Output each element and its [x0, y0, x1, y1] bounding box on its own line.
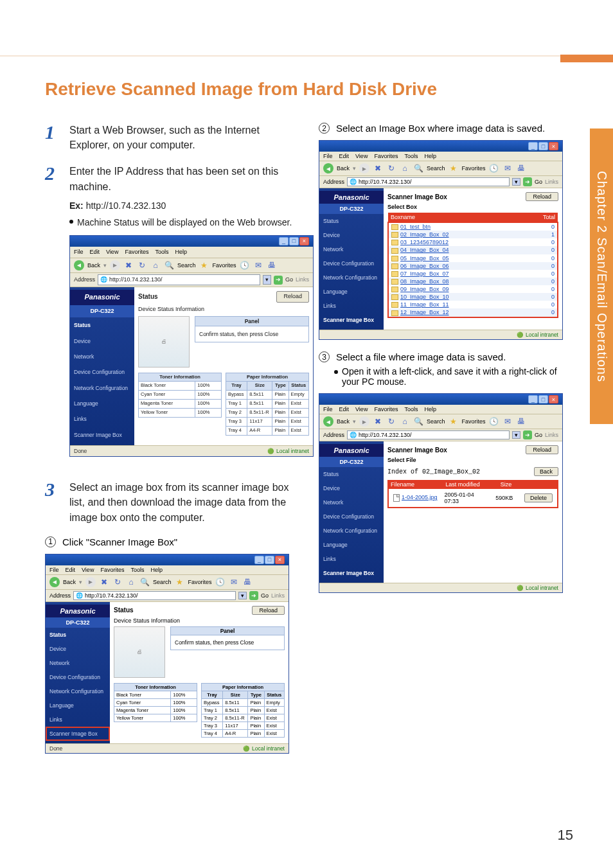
sidebar-item-network[interactable]: Network [319, 495, 384, 509]
box-link[interactable]: 12_Image_Box_12 [400, 309, 449, 315]
search-icon[interactable]: 🔍 [413, 163, 423, 173]
reload-button[interactable]: Reload [252, 606, 285, 615]
search-icon[interactable]: 🔍 [413, 416, 423, 427]
sidebar-item-scanner-box[interactable]: Scanner Image Box [319, 566, 384, 580]
maximize-button[interactable]: □ [538, 142, 548, 150]
sidebar-item-network-config[interactable]: Network Configuration [46, 684, 110, 698]
close-button[interactable]: × [549, 395, 558, 403]
sidebar-item-network[interactable]: Network [70, 349, 134, 364]
close-button[interactable]: × [275, 556, 285, 564]
maximize-button[interactable]: □ [265, 556, 274, 564]
sidebar-item-network[interactable]: Network [319, 242, 384, 256]
address-dropdown[interactable]: ▾ [238, 592, 247, 599]
file-link[interactable]: 1-04-2005.jpg [402, 494, 438, 500]
home-icon[interactable]: ⌂ [400, 416, 410, 427]
favorites-icon[interactable]: ★ [449, 416, 459, 427]
sidebar-item-scanner-box[interactable]: Scanner Image Box [70, 427, 134, 443]
history-icon[interactable]: 🕓 [215, 577, 226, 587]
sidebar-item-language[interactable]: Language [319, 538, 384, 552]
stop-icon[interactable]: ✖ [373, 416, 383, 427]
mail-icon[interactable]: ✉ [229, 577, 239, 587]
sidebar-item-network-config[interactable]: Network Configuration [319, 270, 384, 285]
box-link[interactable]: 10_Image_Box_10 [400, 294, 449, 300]
back-button[interactable]: ◄ [49, 577, 60, 587]
sidebar-item-device-config[interactable]: Device Configuration [319, 509, 384, 524]
sidebar-item-status[interactable]: Status [70, 317, 134, 333]
address-dropdown[interactable]: ▾ [263, 275, 271, 285]
address-dropdown[interactable]: ▾ [512, 178, 520, 186]
minimize-button[interactable]: _ [254, 556, 264, 564]
address-input[interactable]: 🌐http://10.74.232.130/ [73, 591, 236, 600]
address-input[interactable]: 🌐http://10.74.232.130/ [347, 430, 510, 439]
forward-button[interactable]: ► [110, 260, 120, 270]
go-button[interactable]: ➜ [523, 177, 532, 186]
address-input[interactable]: 🌐 http://10.74.232.130/ [98, 274, 260, 285]
print-icon[interactable]: 🖶 [516, 163, 526, 173]
sidebar-item-network[interactable]: Network [46, 656, 110, 670]
back-button[interactable]: ◄ [323, 163, 333, 173]
address-dropdown[interactable]: ▾ [512, 431, 520, 439]
sidebar-item-links[interactable]: Links [70, 411, 134, 427]
minimize-button[interactable]: _ [279, 237, 289, 245]
sidebar-item-status[interactable]: Status [46, 628, 110, 642]
home-icon[interactable]: ⌂ [400, 163, 410, 173]
history-icon[interactable]: 🕓 [240, 260, 250, 270]
search-icon[interactable]: 🔍 [164, 260, 174, 270]
browser-toolbar[interactable]: ◄ Back ▾ ► ✖ ↻ ⌂ 🔍 Search ★ Favorites [70, 258, 313, 273]
refresh-icon[interactable]: ↻ [386, 163, 396, 173]
sidebar-item-links[interactable]: Links [319, 299, 384, 313]
sidebar-item-device-config[interactable]: Device Configuration [319, 256, 384, 270]
sidebar-item-device[interactable]: Device [319, 481, 384, 495]
go-button[interactable]: ➜ [523, 430, 532, 439]
box-link[interactable]: 08_Image_Box_08 [400, 278, 449, 285]
home-icon[interactable]: ⌂ [126, 577, 136, 587]
reload-button[interactable]: Reload [276, 291, 309, 302]
mail-icon[interactable]: ✉ [502, 416, 513, 427]
print-icon[interactable]: 🖶 [242, 577, 253, 587]
home-icon[interactable]: ⌂ [150, 260, 161, 270]
sidebar-item-scanner-box[interactable]: Scanner Image Box [46, 727, 110, 741]
delete-button[interactable]: Delete [524, 493, 553, 502]
mail-icon[interactable]: ✉ [502, 163, 513, 173]
back-button[interactable]: ◄ [323, 416, 333, 427]
browser-menubar[interactable]: FileEditViewFavoritesToolsHelp [46, 565, 289, 575]
forward-button[interactable]: ► [359, 416, 369, 427]
sidebar-item-scanner-box[interactable]: Scanner Image Box [319, 313, 384, 327]
forward-button[interactable]: ► [85, 577, 96, 587]
box-link[interactable]: 06_Image_Box_06 [400, 263, 449, 269]
stop-icon[interactable]: ✖ [373, 163, 383, 173]
links-label[interactable]: Links [296, 276, 309, 284]
box-link[interactable]: 09_Image_Box_09 [400, 286, 449, 292]
close-button[interactable]: × [549, 142, 558, 150]
maximize-button[interactable]: □ [538, 395, 548, 403]
favorites-icon[interactable]: ★ [199, 260, 209, 270]
maximize-button[interactable]: □ [289, 237, 299, 245]
favorites-icon[interactable]: ★ [449, 163, 459, 173]
refresh-icon[interactable]: ↻ [137, 260, 147, 270]
browser-toolbar[interactable]: ◄Back▾ ► ✖↻⌂ 🔍Search ★Favorites 🕓✉🖶 [46, 575, 289, 590]
back-button-page[interactable]: Back [534, 467, 558, 476]
history-icon[interactable]: 🕓 [489, 163, 499, 173]
print-icon[interactable]: 🖶 [267, 260, 277, 270]
minimize-button[interactable]: _ [528, 395, 538, 403]
sidebar-item-language[interactable]: Language [70, 396, 134, 411]
forward-button[interactable]: ► [359, 163, 369, 173]
box-link[interactable]: 07_Image_Box_07 [400, 270, 449, 277]
sidebar-item-links[interactable]: Links [46, 713, 110, 727]
sidebar-item-language[interactable]: Language [319, 285, 384, 299]
sidebar-item-device-config[interactable]: Device Configuration [70, 364, 134, 380]
browser-toolbar[interactable]: ◄Back▾►✖↻⌂🔍Search★Favorites🕓✉🖶 [319, 414, 562, 429]
reload-button[interactable]: Reload [526, 445, 558, 454]
stop-icon[interactable]: ✖ [123, 260, 134, 270]
box-link[interactable]: 03_123456789012 [400, 239, 449, 245]
sidebar-item-language[interactable]: Language [46, 698, 110, 713]
go-button[interactable]: ➜ [249, 591, 258, 600]
box-link[interactable]: 05_Image_Box_05 [400, 255, 449, 261]
back-button[interactable]: ◄ [74, 260, 84, 270]
sidebar-item-device[interactable]: Device [70, 333, 134, 349]
box-link[interactable]: 11_Image_Box_11 [400, 301, 449, 308]
stop-icon[interactable]: ✖ [99, 577, 109, 587]
refresh-icon[interactable]: ↻ [386, 416, 396, 427]
browser-toolbar[interactable]: ◄Back▾►✖↻⌂🔍Search★Favorites🕓✉🖶 [319, 161, 562, 176]
sidebar-item-network-config[interactable]: Network Configuration [319, 524, 384, 538]
